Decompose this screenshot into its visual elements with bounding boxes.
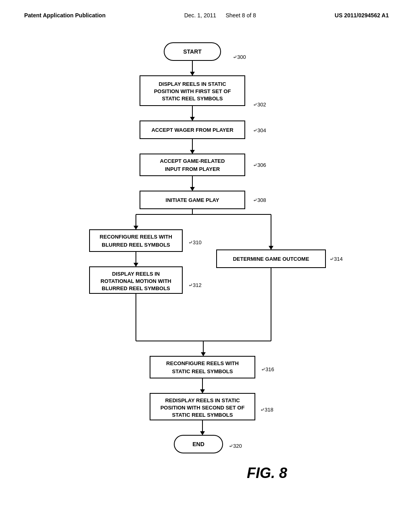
svg-text:RECONFIGURE REELS WITH: RECONFIGURE REELS WITH <box>166 360 239 366</box>
svg-text:INPUT FROM PLAYER: INPUT FROM PLAYER <box>165 166 220 172</box>
header-date-sheet: Dec. 1, 2011 Sheet 8 of 8 <box>184 12 256 19</box>
svg-text:ACCEPT GAME-RELATED: ACCEPT GAME-RELATED <box>160 158 225 164</box>
svg-text:⤶308: ⤶308 <box>253 197 266 203</box>
svg-text:POSITION WITH FIRST SET OF: POSITION WITH FIRST SET OF <box>154 88 231 94</box>
svg-rect-32 <box>90 230 182 251</box>
svg-text:⤶314: ⤶314 <box>330 256 343 262</box>
flowchart-container: START ⤶300 DISPLAY REELS IN STATIC POSIT… <box>24 35 389 510</box>
svg-text:STATIC REEL SYMBOLS: STATIC REEL SYMBOLS <box>162 96 223 102</box>
flowchart-svg: START ⤶300 DISPLAY REELS IN STATIC POSIT… <box>65 35 348 510</box>
svg-text:RECONFIGURE REELS WITH: RECONFIGURE REELS WITH <box>100 234 172 240</box>
svg-marker-16 <box>190 150 195 154</box>
svg-text:⤶306: ⤶306 <box>253 162 266 168</box>
svg-marker-29 <box>133 226 138 230</box>
svg-text:⤶312: ⤶312 <box>188 282 202 288</box>
page: Patent Application Publication Dec. 1, 2… <box>0 0 413 532</box>
svg-marker-4 <box>190 72 195 76</box>
svg-text:FIG. 8: FIG. 8 <box>247 465 287 481</box>
svg-text:⤶300: ⤶300 <box>233 54 246 60</box>
svg-text:INITIATE GAME PLAY: INITIATE GAME PLAY <box>166 197 219 203</box>
svg-text:STATIC REEL SYMBOLS: STATIC REEL SYMBOLS <box>172 412 233 418</box>
svg-marker-40 <box>133 263 138 267</box>
svg-text:REDISPLAY REELS IN STATIC: REDISPLAY REELS IN STATIC <box>165 397 240 403</box>
svg-text:BLURRED REEL SYMBOLS: BLURRED REEL SYMBOLS <box>102 285 170 291</box>
svg-text:⤶310: ⤶310 <box>188 239 202 245</box>
svg-text:STATIC REEL SYMBOLS: STATIC REEL SYMBOLS <box>172 368 233 374</box>
svg-text:⤶316: ⤶316 <box>261 366 274 372</box>
header-publication-label: Patent Application Publication <box>24 12 106 19</box>
svg-text:BLURRED REEL SYMBOLS: BLURRED REEL SYMBOLS <box>102 242 170 248</box>
svg-text:DISPLAY REELS IN: DISPLAY REELS IN <box>112 271 160 277</box>
svg-text:⤶320: ⤶320 <box>229 443 242 449</box>
header-patent-number: US 2011/0294562 A1 <box>335 12 389 19</box>
svg-rect-51 <box>150 356 255 378</box>
header-sheet: Sheet 8 of 8 <box>225 12 256 19</box>
svg-text:END: END <box>192 441 204 447</box>
svg-text:START: START <box>183 48 202 55</box>
svg-marker-63 <box>200 431 205 435</box>
svg-text:DETERMINE GAME OUTCOME: DETERMINE GAME OUTCOME <box>233 256 309 262</box>
svg-rect-17 <box>140 154 245 176</box>
svg-text:⤶318: ⤶318 <box>260 407 273 413</box>
svg-marker-11 <box>190 117 195 121</box>
svg-marker-56 <box>200 389 205 393</box>
svg-marker-50 <box>201 352 206 356</box>
svg-text:DISPLAY REELS IN STATIC: DISPLAY REELS IN STATIC <box>159 81 226 87</box>
svg-text:⤶304: ⤶304 <box>253 127 266 133</box>
svg-text:⤶302: ⤶302 <box>253 102 266 108</box>
page-header: Patent Application Publication Dec. 1, 2… <box>24 12 389 19</box>
svg-text:ROTATIONAL MOTION WITH: ROTATIONAL MOTION WITH <box>100 278 171 284</box>
svg-text:POSITION WITH SECOND SET OF: POSITION WITH SECOND SET OF <box>161 405 245 411</box>
svg-text:ACCEPT WAGER FROM PLAYER: ACCEPT WAGER FROM PLAYER <box>151 127 234 133</box>
svg-marker-31 <box>269 246 273 250</box>
header-date: Dec. 1, 2011 <box>184 12 216 19</box>
svg-marker-22 <box>190 187 195 191</box>
